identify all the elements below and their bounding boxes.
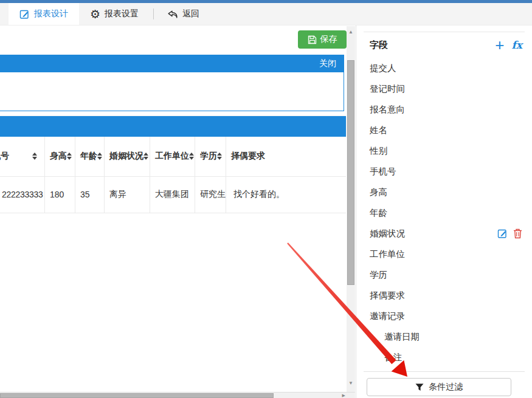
condition-filter-button[interactable]: 条件过滤 [367, 378, 511, 396]
column-header-marital-label: 婚姻状况 [109, 151, 143, 162]
field-item-intention[interactable]: 报名意向 [356, 99, 532, 120]
tab-report-design[interactable]: 报表设计 [9, 3, 79, 25]
table-header-row: 机号 身高 [0, 137, 346, 176]
formula-field-button fx-formula-icon[interactable]: fx [512, 39, 522, 51]
cell-workunit: 大疆集团 [150, 176, 195, 213]
cell-marital: 离异 [105, 176, 150, 213]
fields-sidebar: 字段 + fx 提交人 登记时间 报名意向 姓名 性别 手机号 身高 年龄 婚姻… [356, 26, 532, 398]
field-list: 提交人 登记时间 报名意向 姓名 性别 手机号 身高 年龄 婚姻状况 [356, 58, 532, 368]
condition-filter-label: 条件过滤 [429, 382, 463, 393]
column-header-education[interactable]: 学历 [195, 137, 226, 176]
add-field-button plus-icon[interactable]: + [495, 39, 504, 51]
cell-phone: 222233333 [0, 176, 45, 213]
floppy-disk-icon [308, 35, 317, 44]
column-header-height[interactable]: 身高 [45, 137, 75, 176]
dialog-header: 关闭 [0, 55, 344, 72]
field-item-phone[interactable]: 手机号 [356, 161, 532, 182]
field-item-marital[interactable]: 婚姻状况 [356, 223, 532, 244]
field-item-remark[interactable]: 备注 [356, 347, 532, 368]
column-header-marital[interactable]: 婚姻状况 [105, 137, 150, 176]
field-item-requirement[interactable]: 择偶要求 [356, 285, 532, 306]
scroll-up-arrow-icon[interactable]: ▲ [347, 27, 355, 36]
column-header-workunit[interactable]: 工作单位 [150, 137, 195, 176]
scroll-down-arrow-icon[interactable]: ▼ [347, 379, 355, 387]
edit-icon[interactable] [497, 228, 508, 239]
cell-height: 180 [45, 176, 75, 213]
column-header-age[interactable]: 年龄 [75, 137, 105, 176]
sidebar-header: 字段 + fx [356, 32, 532, 58]
back-button[interactable]: 返回 [157, 3, 209, 25]
sort-icon[interactable] [67, 153, 72, 160]
field-item-age[interactable]: 年龄 [356, 202, 532, 223]
sort-icon[interactable] [143, 153, 148, 160]
horizontal-scrollbar-thumb[interactable] [0, 393, 274, 398]
field-item-workunit[interactable]: 工作单位 [356, 244, 532, 264]
field-item-invite-record[interactable]: 邀请记录 [356, 306, 532, 326]
sort-icon[interactable] [32, 153, 37, 160]
table-title-bar [0, 116, 346, 137]
dialog-close-button[interactable]: 关闭 [319, 58, 336, 69]
tab-report-design-label: 报表设计 [34, 9, 68, 19]
column-header-education-label: 学历 [200, 151, 217, 162]
tab-report-settings[interactable]: ⚙ 报表设置 [79, 3, 150, 25]
horizontal-scrollbar[interactable]: ▶ [0, 392, 355, 398]
sort-icon[interactable] [189, 153, 194, 160]
field-item-invite-date[interactable]: 邀请日期 [356, 326, 532, 347]
edit-square-icon [19, 9, 30, 19]
vertical-scrollbar[interactable]: ▲ ▼ [347, 26, 355, 392]
top-toolbar: 报表设计 ⚙ 报表设置 返回 [0, 3, 532, 26]
sort-icon[interactable] [97, 153, 102, 160]
gear-icon: ⚙ [90, 9, 100, 20]
sidebar-bottom-divider [364, 371, 525, 372]
column-header-age-label: 年龄 [80, 151, 97, 162]
funnel-filter-icon [415, 383, 424, 391]
dialog-body [0, 72, 344, 111]
fields-panel-title: 字段 [370, 39, 388, 51]
column-header-workunit-label: 工作单位 [155, 151, 189, 162]
cell-education: 研究生 [195, 176, 226, 213]
save-button[interactable]: 保存 [298, 30, 347, 49]
field-item-submitter[interactable]: 提交人 [356, 58, 532, 78]
field-item-education[interactable]: 学历 [356, 264, 532, 285]
table-row[interactable]: 222233333 180 35 离异 大疆集团 研究生 找个好看的。 [0, 176, 346, 213]
field-item-height[interactable]: 身高 [356, 182, 532, 202]
column-header-requirement-label: 择偶要求 [231, 151, 265, 162]
column-header-phone[interactable]: 机号 [0, 137, 45, 176]
report-designer-screen: 报表设计 ⚙ 报表设置 返回 保存 [0, 0, 532, 398]
field-item-name[interactable]: 姓名 [356, 120, 532, 140]
tab-report-settings-label: 报表设置 [105, 9, 139, 19]
scroll-right-arrow-icon[interactable]: ▶ [342, 393, 345, 398]
cell-age: 35 [75, 176, 105, 213]
column-header-phone-label: 机号 [0, 151, 9, 162]
field-item-register-time[interactable]: 登记时间 [356, 78, 532, 99]
data-table: 机号 身高 [0, 137, 346, 213]
sort-icon[interactable] [217, 153, 222, 160]
column-header-requirement[interactable]: 择偶要求 [226, 137, 346, 176]
toolbar-divider [153, 9, 154, 19]
report-canvas: 保存 关闭 机号 [0, 26, 356, 398]
trash-icon[interactable] [513, 228, 522, 239]
column-header-height-label: 身高 [50, 151, 67, 162]
back-arrow-icon [167, 9, 178, 19]
vertical-scrollbar-thumb[interactable] [347, 60, 354, 285]
cell-requirement: 找个好看的。 [226, 176, 346, 213]
save-button-label: 保存 [320, 34, 337, 45]
back-button-label: 返回 [182, 9, 199, 19]
filter-dialog-panel: 关闭 [0, 55, 344, 111]
field-item-gender[interactable]: 性别 [356, 140, 532, 161]
